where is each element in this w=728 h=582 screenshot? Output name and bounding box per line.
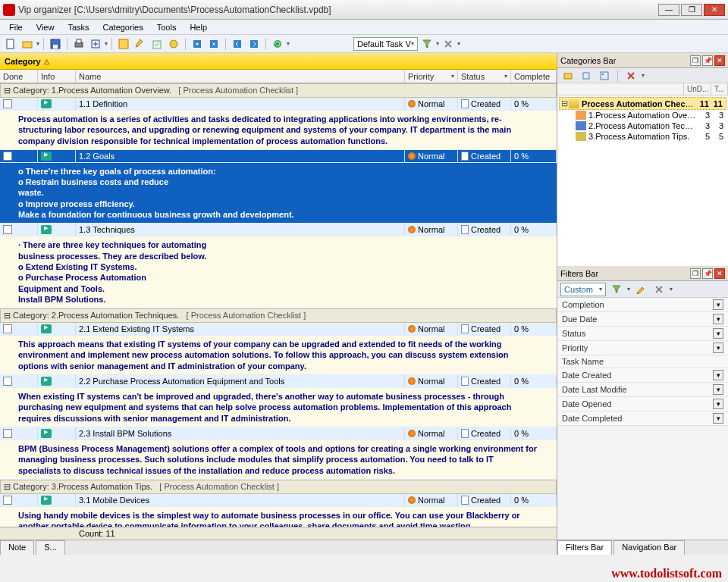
filters-pin-icon[interactable]: 📌 — [702, 268, 713, 279]
cat-new-icon[interactable] — [560, 68, 576, 83]
tree-col-t[interactable]: T... — [711, 83, 728, 95]
done-checkbox[interactable] — [3, 496, 12, 505]
menu-tasks[interactable]: Tasks — [61, 21, 95, 33]
col-priority[interactable]: Priority▾ — [405, 70, 458, 83]
filter-delete-icon[interactable] — [651, 282, 667, 297]
menu-categories[interactable]: Categories — [97, 21, 149, 33]
tree-row[interactable]: ⊟Process Automation Checklist1111 — [559, 97, 726, 110]
nav4-icon[interactable] — [246, 36, 262, 52]
bottom-tab[interactable]: Note — [0, 540, 34, 555]
done-checkbox[interactable] — [3, 225, 12, 234]
nav3-icon[interactable] — [230, 36, 245, 52]
done-checkbox[interactable] — [3, 324, 12, 333]
maximize-button[interactable]: ❐ — [681, 4, 702, 16]
filter-row[interactable]: Date Last Modifie▾ — [557, 383, 728, 397]
filter-dropdown-icon[interactable]: ▾ — [713, 299, 723, 310]
minimize-button[interactable]: — — [658, 4, 679, 16]
group-by-header[interactable]: Category △ — [0, 53, 557, 70]
group-by-label: Category — [5, 57, 41, 66]
expand-icon[interactable]: ⊟ — [561, 99, 569, 108]
filter-dropdown-icon[interactable]: ▾ — [713, 370, 723, 380]
task-row[interactable]: 2.3 Install BPM SolutionsNormalCreated0 … — [0, 427, 557, 440]
task-row[interactable]: 1.3 TechniquesNormalCreated0 % — [0, 224, 557, 236]
category-group-header[interactable]: ⊟ Category: 3.Process Automation Tips. [… — [0, 480, 557, 494]
new-file-icon[interactable] — [3, 36, 18, 52]
panel-pin-icon[interactable]: 📌 — [702, 55, 713, 66]
filter-row[interactable]: Date Created▾ — [557, 368, 728, 383]
filter-edit-icon[interactable] — [633, 282, 648, 297]
menu-tools[interactable]: Tools — [151, 21, 183, 33]
filters-restore-icon[interactable]: ❐ — [690, 268, 701, 279]
panel-restore-icon[interactable]: ❐ — [690, 55, 701, 66]
task-row[interactable]: 2.1 Extend Existing IT SystemsNormalCrea… — [0, 323, 557, 336]
category-group-header[interactable]: ⊟ Category: 1.Process Automation Overvie… — [0, 83, 557, 98]
filters-close-icon[interactable]: ✕ — [714, 268, 725, 279]
menu-view[interactable]: View — [30, 21, 61, 33]
col-done[interactable]: Done — [0, 70, 38, 83]
action2-icon[interactable] — [133, 36, 148, 52]
filter-apply-icon2[interactable] — [609, 282, 624, 297]
tree-row[interactable]: 2.Process Automation Techniq33 — [559, 120, 726, 131]
cat-edit-icon[interactable] — [579, 68, 594, 83]
task-row[interactable]: 1.1 DefinitionNormalCreated0 % — [0, 98, 557, 111]
task-view-combo[interactable]: Default Task V▾ — [353, 37, 418, 51]
filter-row[interactable]: Date Opened▾ — [557, 397, 728, 411]
filter-row[interactable]: Completion▾ — [557, 298, 728, 312]
task-row[interactable]: 2.2 Purchase Process Automation Equipmen… — [0, 375, 557, 388]
col-info[interactable]: Info — [38, 70, 76, 83]
tree-col-und[interactable]: UnD... — [684, 83, 711, 95]
filter-row[interactable]: Status▾ — [557, 327, 728, 341]
filter-dropdown-icon[interactable]: ▾ — [713, 314, 723, 324]
nav2-icon[interactable] — [206, 36, 221, 52]
action3-icon[interactable] — [149, 36, 165, 52]
filter-row[interactable]: Priority▾ — [557, 341, 728, 355]
right-tab[interactable]: Filters Bar — [557, 540, 612, 555]
refresh-icon[interactable] — [270, 36, 285, 52]
col-status[interactable]: Status▾ — [458, 70, 511, 83]
col-name[interactable]: Name — [76, 70, 405, 83]
task-row[interactable]: 1.2 GoalsNormalCreated0 % — [0, 150, 557, 163]
nav1-icon[interactable] — [190, 36, 205, 52]
right-tab[interactable]: Navigation Bar — [613, 540, 685, 555]
category-tree[interactable]: ⊟Process Automation Checklist11111.Proce… — [557, 95, 728, 266]
filter-label: Priority — [562, 343, 713, 352]
task-priority: Normal — [405, 98, 458, 110]
done-checkbox[interactable] — [3, 152, 12, 161]
filter-row[interactable]: Date Completed▾ — [557, 411, 728, 426]
done-checkbox[interactable] — [3, 377, 12, 386]
cat-props-icon[interactable] — [597, 68, 612, 83]
task-priority: Normal — [405, 427, 458, 440]
category-group-header[interactable]: ⊟ Category: 2.Process Automation Techniq… — [0, 308, 557, 323]
print-icon[interactable] — [71, 36, 86, 52]
cat-delete-icon[interactable] — [623, 68, 639, 83]
close-button[interactable]: ✕ — [704, 4, 725, 16]
filter-scope-combo[interactable]: Custom▾ — [560, 283, 606, 296]
done-checkbox[interactable] — [3, 99, 12, 108]
filter-row[interactable]: Task Name — [557, 355, 728, 368]
menu-help[interactable]: Help — [184, 21, 213, 33]
filter-dropdown-icon[interactable]: ▾ — [713, 384, 723, 395]
tree-row[interactable]: 1.Process Automation Overvie33 — [559, 110, 726, 120]
filter-clear-icon[interactable] — [441, 36, 456, 52]
action4-icon[interactable] — [166, 36, 181, 52]
action1-icon[interactable] — [116, 36, 131, 52]
filter-apply-icon[interactable] — [419, 36, 435, 52]
filter-row[interactable]: Due Date▾ — [557, 312, 728, 327]
menu-file[interactable]: File — [3, 21, 29, 33]
export-icon[interactable] — [88, 36, 103, 52]
categories-bar-header: Categories Bar ❐ 📌 ✕ — [557, 53, 728, 68]
bottom-tab[interactable]: S... — [36, 540, 65, 555]
filter-dropdown-icon[interactable]: ▾ — [713, 328, 723, 339]
tree-col-name[interactable] — [557, 83, 684, 95]
filter-dropdown-icon[interactable]: ▾ — [713, 343, 723, 353]
save-icon[interactable] — [48, 36, 63, 52]
filter-dropdown-icon[interactable]: ▾ — [713, 413, 723, 424]
done-checkbox[interactable] — [3, 429, 12, 438]
task-row[interactable]: 3.1 Mobile DevicesNormalCreated0 % — [0, 494, 557, 507]
filter-dropdown-icon[interactable]: ▾ — [713, 399, 723, 409]
open-icon[interactable] — [20, 36, 35, 52]
grid-body[interactable]: ⊟ Category: 1.Process Automation Overvie… — [0, 83, 557, 527]
col-complete[interactable]: Complete — [511, 70, 557, 83]
tree-row[interactable]: 3.Process Automation Tips.55 — [559, 131, 726, 142]
panel-close-icon[interactable]: ✕ — [714, 55, 725, 66]
